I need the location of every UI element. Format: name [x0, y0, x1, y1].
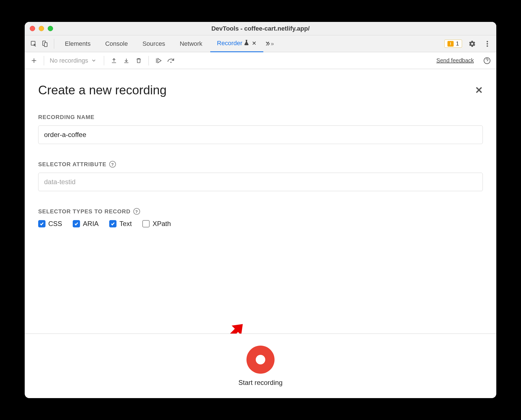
recording-name-input[interactable] — [38, 125, 483, 144]
start-recording-button[interactable] — [246, 346, 275, 374]
annotation-arrow-icon — [221, 318, 249, 334]
tab-network[interactable]: Network — [173, 35, 209, 52]
help-icon[interactable]: ? — [109, 161, 116, 168]
record-icon — [256, 355, 265, 364]
divider — [44, 56, 44, 65]
checkbox-css[interactable]: CSS — [38, 220, 62, 228]
kebab-menu-icon[interactable] — [482, 39, 492, 49]
content-area: Create a new recording ✕ RECORDING NAME … — [25, 69, 496, 334]
svg-point-5 — [487, 45, 488, 47]
checkbox-icon — [142, 220, 150, 227]
tab-recorder[interactable]: Recorder ✕ — [210, 35, 263, 52]
svg-point-3 — [487, 41, 488, 42]
right-tools: ! 1 — [444, 39, 492, 49]
more-tabs-icon[interactable]: » — [264, 39, 275, 49]
close-tab-icon[interactable]: ✕ — [252, 40, 257, 47]
issues-count: 1 — [456, 40, 459, 47]
selector-attribute-label: SELECTOR ATTRIBUTE ? — [38, 161, 483, 168]
devtools-window: DevTools - coffee-cart.netlify.app/ Elem… — [25, 22, 496, 398]
recordings-dropdown[interactable]: No recordings — [50, 57, 96, 64]
svg-point-6 — [170, 62, 172, 63]
import-icon[interactable] — [122, 56, 131, 65]
checkbox-text[interactable]: Text — [109, 220, 132, 228]
recording-name-label: RECORDING NAME — [38, 114, 483, 120]
tab-console[interactable]: Console — [99, 35, 135, 52]
step-icon[interactable] — [167, 56, 175, 65]
close-panel-icon[interactable]: ✕ — [475, 85, 483, 96]
recording-name-field: RECORDING NAME — [38, 114, 483, 144]
tab-elements[interactable]: Elements — [58, 35, 97, 52]
titlebar: DevTools - coffee-cart.netlify.app/ — [25, 22, 496, 35]
send-feedback-link[interactable]: Send feedback — [437, 57, 474, 64]
export-icon[interactable] — [110, 56, 118, 65]
checkbox-aria[interactable]: ARIA — [73, 220, 99, 228]
flask-icon — [244, 40, 249, 47]
chevron-down-icon — [92, 57, 96, 64]
replay-icon[interactable] — [154, 56, 163, 65]
selector-attribute-field: SELECTOR ATTRIBUTE ? — [38, 161, 483, 191]
divider — [54, 39, 54, 49]
page-header: Create a new recording ✕ — [38, 83, 483, 97]
start-recording-label: Start recording — [238, 379, 282, 387]
selector-types-field: SELECTOR TYPES TO RECORD ? CSS ARIA Text — [38, 208, 483, 228]
settings-icon[interactable] — [467, 39, 477, 49]
recordings-dropdown-label: No recordings — [50, 57, 88, 64]
selector-attribute-input[interactable] — [38, 173, 483, 191]
issues-badge[interactable]: ! 1 — [444, 40, 462, 48]
checkbox-icon — [109, 220, 116, 227]
selector-types-checkboxes: CSS ARIA Text XPath — [38, 220, 483, 228]
device-toggle-icon[interactable] — [40, 39, 50, 49]
checkbox-icon — [38, 220, 45, 227]
svg-point-4 — [487, 43, 488, 44]
footer: Start recording — [25, 334, 496, 398]
devtools-tabstrip: Elements Console Sources Network Recorde… — [25, 35, 496, 52]
divider — [148, 56, 149, 65]
tab-recorder-label: Recorder — [217, 40, 242, 47]
selector-types-label: SELECTOR TYPES TO RECORD ? — [38, 208, 483, 215]
checkbox-xpath[interactable]: XPath — [142, 220, 171, 228]
help-icon[interactable]: ? — [133, 208, 140, 215]
checkbox-icon — [73, 220, 80, 227]
window-title: DevTools - coffee-cart.netlify.app/ — [25, 25, 496, 32]
recorder-toolbar: No recordings Send feedback — [25, 52, 496, 69]
svg-rect-2 — [44, 43, 47, 47]
add-recording-icon[interactable] — [30, 56, 38, 65]
divider — [104, 56, 104, 65]
help-icon[interactable] — [483, 56, 491, 65]
inspect-icon[interactable] — [29, 39, 39, 49]
delete-icon[interactable] — [134, 56, 143, 65]
page-title: Create a new recording — [38, 83, 166, 97]
tab-sources[interactable]: Sources — [136, 35, 172, 52]
warning-icon: ! — [447, 41, 454, 47]
